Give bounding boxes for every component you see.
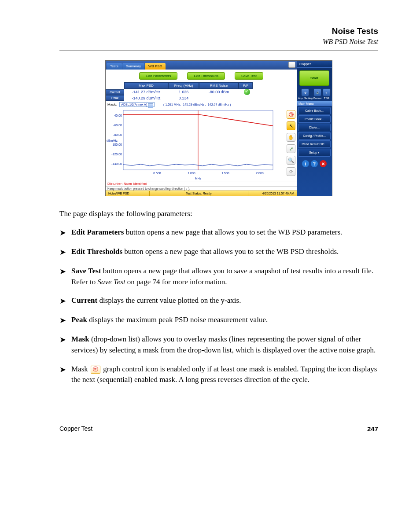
- sidebar-title: Copper: [297, 61, 332, 68]
- sidebar-item-phone[interactable]: Phone Book...: [298, 115, 331, 123]
- list-item: ➤ Mask ⓜ graph control icon is enabled o…: [59, 364, 378, 385]
- tab-summary[interactable]: Summary: [122, 63, 144, 70]
- sidebar-item-config[interactable]: Config / Profile...: [298, 132, 331, 139]
- row-peak-label: Peak: [106, 95, 124, 101]
- arrow-icon: ➤: [59, 295, 66, 307]
- edit-parameters-button[interactable]: Edit Parameters: [139, 72, 177, 80]
- app-screenshot: Tests Summary WB PSD Edit Parameters Edi…: [105, 60, 332, 196]
- status-time: 4/25/2013 11:57:46 AM: [248, 191, 297, 196]
- page-title: Noise Tests: [59, 26, 378, 36]
- pass-icon: [244, 89, 250, 95]
- peak-freq: 0.134: [168, 96, 199, 100]
- arrow-icon: ➤: [59, 364, 66, 385]
- svg-text:0.500: 0.500: [153, 172, 161, 175]
- col-freq: Freq. (MHz): [168, 82, 199, 89]
- col-max-psd: Max PSD: [124, 82, 168, 89]
- tab-wbpsd[interactable]: WB PSD: [145, 63, 166, 70]
- edit-thresholds-button[interactable]: Edit Thresholds: [187, 72, 225, 80]
- start-button[interactable]: Start: [299, 70, 329, 86]
- col-pf: P/F: [239, 82, 253, 89]
- svg-text:MHz: MHz: [195, 177, 202, 180]
- arrow-icon: ➤: [59, 334, 66, 356]
- sidebar-item-read[interactable]: Read Result File...: [298, 140, 331, 148]
- mask-label: Mask:: [107, 103, 117, 106]
- row-current-label: Current: [106, 89, 124, 95]
- arrow-icon: ➤: [59, 227, 66, 238]
- list-item: ➤ Save Test button opens a new page that…: [59, 266, 378, 287]
- status-path: Noise\WB PSD: [106, 191, 150, 196]
- cursor-readout: ( 1.091 MHz, -145.29 dBm/Hz , -142.67 dB…: [163, 103, 231, 106]
- ytick: -40.00: [111, 111, 122, 121]
- tabs-bar: Tests Summary WB PSD: [106, 61, 297, 70]
- hint-text: Keep mask button pressed to change scrol…: [106, 186, 297, 191]
- footer-doc-title: Copper Test: [59, 425, 92, 433]
- col-rms: RMS Noise: [199, 82, 239, 89]
- ytick: -60.00: [111, 121, 122, 130]
- cursor-tool-icon[interactable]: ↖: [287, 121, 295, 130]
- mask-cycle-icon[interactable]: ⓜ: [287, 110, 295, 119]
- disturber-text: Disturber: None identified: [106, 181, 297, 186]
- buzzer-icon[interactable]: 🔊Buzzer: [313, 88, 322, 99]
- list-item: ➤ Edit Parameters button opens a new pag…: [59, 227, 378, 238]
- intro-text: The page displays the following paramete…: [59, 209, 378, 219]
- list-item: ➤ Edit Thresholds button opens a new pag…: [59, 246, 378, 258]
- refresh-icon[interactable]: ⟳: [287, 167, 295, 176]
- current-rms: -80.00 dBm: [199, 90, 239, 94]
- help-icon[interactable]: ?: [311, 160, 318, 167]
- app-setting-icon[interactable]: ⚙App. Setting: [298, 88, 313, 99]
- mask-inline-icon: ⓜ: [91, 366, 100, 374]
- current-max-psd: -141.27 dBm/Hz: [124, 90, 168, 94]
- close-icon[interactable]: ✕: [320, 160, 327, 167]
- save-test-button[interactable]: Save Test: [235, 72, 263, 80]
- svg-text:1.000: 1.000: [188, 172, 195, 175]
- tdr-icon[interactable]: ∿TDR: [323, 88, 331, 99]
- header-rule: [59, 50, 378, 51]
- tab-tests[interactable]: Tests: [107, 63, 122, 70]
- ytick: -80.00: [111, 130, 122, 140]
- sidebar-item-dialer[interactable]: Dialer...: [298, 124, 331, 131]
- mask-dropdown[interactable]: ADSL1/2(Annex A): [119, 102, 155, 107]
- list-item: ➤ Peak displays the maximum peak PSD noi…: [59, 315, 378, 326]
- svg-text:2.000: 2.000: [256, 172, 264, 175]
- arrow-icon: ➤: [59, 266, 66, 287]
- ytick: -140.00: [111, 159, 122, 169]
- status-state: Test Status: Ready: [150, 191, 248, 196]
- arrow-icon: ➤: [59, 315, 66, 326]
- sidebar-item-setup[interactable]: Setup ▸: [298, 149, 331, 157]
- info-icon[interactable]: i: [302, 160, 309, 167]
- zoom-fit-icon[interactable]: 🔍: [287, 156, 295, 165]
- page-subtitle: WB PSD Noise Test: [59, 38, 378, 46]
- ytick: -120.00: [111, 150, 122, 159]
- svg-text:1.500: 1.500: [221, 172, 229, 175]
- peak-max-psd: -140.29 dBm/Hz: [124, 96, 168, 100]
- list-item: ➤ Current displays the current value plo…: [59, 295, 378, 307]
- zoom-tool-icon[interactable]: ⤢: [287, 144, 295, 153]
- y-axis-label: dBm/Hz: [107, 139, 118, 142]
- current-freq: 1.626: [168, 90, 199, 94]
- list-item: ➤ Mask (drop-down list) allows you to ov…: [59, 334, 378, 356]
- sidebar-item-cable[interactable]: Cable Book...: [298, 107, 331, 114]
- psd-chart[interactable]: 0.500 1.000 1.500 2.000 MHz: [123, 108, 285, 181]
- keyboard-icon[interactable]: [288, 62, 295, 68]
- footer-page-number: 247: [367, 425, 378, 433]
- sidebar-menu-header: Main Menu: [297, 101, 332, 106]
- arrow-icon: ➤: [59, 246, 66, 258]
- pan-tool-icon[interactable]: ✋: [287, 133, 295, 142]
